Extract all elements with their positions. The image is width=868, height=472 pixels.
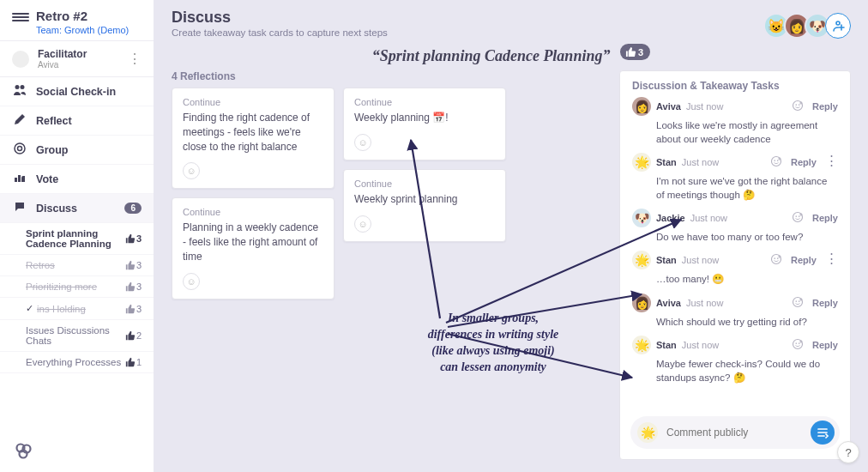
annotation-callout: In smaller groups, differences in writin… [390,311,596,376]
card-body: Finding the right cadence of meetings - … [183,111,323,154]
facilitator-row: Facilitator Aviva ⋮ [0,41,154,77]
comment-time: Just now [686,298,723,308]
topic-retros[interactable]: Retros 3 [0,255,154,276]
add-reaction-icon[interactable] [792,338,804,352]
topic-label: Everything Processes [26,357,121,367]
svg-point-12 [795,216,797,218]
reflection-card[interactable]: Continue Weekly sprint planning ☺ [343,169,506,242]
comment-avatar: 🐶 [632,209,651,227]
svg-point-21 [795,342,797,344]
add-participant-button[interactable] [825,13,851,39]
sidebar-item-label: Vote [36,173,58,185]
comment-time: Just now [690,213,727,223]
discussion-panel: Discussion & Takeaway Tasks 👩AvivaJust n… [619,70,851,460]
sidebar-item-social-check-in[interactable]: Social Check-in [0,77,154,106]
sidebar-item-label: Group [36,144,69,156]
comment-avatar: 🌟 [632,251,651,269]
reply-button[interactable]: Reply [791,255,817,265]
svg-point-22 [799,342,800,344]
thumb-up-icon [125,260,136,270]
add-reaction-icon[interactable] [770,253,782,267]
sidebar-item-reflect[interactable]: Reflect [0,106,154,136]
add-reaction-icon[interactable] [770,155,782,169]
comment-author: Stan [656,340,677,350]
thumb-up-icon [125,233,136,244]
card-tag: Continue [354,179,495,189]
svg-point-1 [18,147,22,151]
topic-sprint-planning-cadence[interactable]: Sprint planning Cadence Planning 3 [0,223,154,255]
reflections-title: 4 Reflections [172,70,609,82]
add-reaction-icon[interactable]: ☺ [183,162,200,179]
add-reaction-icon[interactable]: ☺ [354,215,371,233]
comment-avatar: 👩 [632,97,651,116]
facilitator-menu-icon[interactable]: ⋮ [128,51,142,67]
sidebar-item-discuss[interactable]: Discuss 6 [0,194,154,223]
topic-count: 3 [136,304,142,314]
reply-button[interactable]: Reply [812,340,838,350]
svg-point-9 [774,160,775,162]
card-tag: Continue [354,97,495,107]
thumb-count: 3 [638,47,643,57]
sidebar-item-label: Discuss [36,203,77,215]
topic-label: Issues Discussions Chats [26,325,120,346]
comment-author: Aviva [656,298,681,308]
pencil-icon [12,113,27,128]
topic-label: Prioritizing more [26,281,97,292]
page-subtitle: Create takeaway task cards to capture ne… [172,27,388,38]
comment-author: Jackie [656,213,685,223]
reply-button[interactable]: Reply [812,298,838,308]
send-button[interactable] [811,421,835,445]
help-button[interactable]: ? [837,441,859,463]
reply-button[interactable]: Reply [791,157,817,167]
card-tag: Continue [183,97,323,107]
topic-count: 3 [136,233,142,244]
comment-body: Do we have too many or too few? [656,230,838,244]
add-reaction-icon[interactable]: ☺ [354,134,371,151]
reflection-card[interactable]: Continue Weekly planning 📅! ☺ [343,88,506,160]
topic-prioritizing-more[interactable]: Prioritizing more 3 [0,276,154,298]
svg-point-19 [799,300,800,302]
target-icon [12,142,27,157]
svg-point-13 [799,216,800,218]
add-reaction-icon[interactable] [792,100,804,113]
sidebar-item-vote[interactable]: Vote [0,165,154,194]
sidebar-item-group[interactable]: Group [0,136,154,165]
comment-time: Just now [682,340,719,350]
retro-title: Retro #2 [36,9,129,23]
team-link[interactable]: Team: Growth (Demo) [36,25,129,35]
people-icon [12,84,27,99]
reply-button[interactable]: Reply [812,213,838,223]
thumb-up-icon [625,46,636,57]
comment-body: Maybe fewer check-ins? Could we do stand… [656,357,838,384]
topic-label: ins Holding [37,304,86,314]
card-body: Planning in a weekly cadence - feels lik… [183,221,323,263]
add-reaction-icon[interactable] [792,211,804,225]
topic-everything-processes[interactable]: Everything Processes 1 [0,352,154,373]
comment-time: Just now [682,255,719,265]
topic-ins-holding[interactable]: ✓ ins Holding 3 [0,298,154,320]
discuss-icon [12,201,27,215]
thumb-up-icon [125,281,136,292]
thumb-up-icon [125,330,136,341]
reflection-card[interactable]: Continue Finding the right cadence of me… [172,88,335,189]
reflection-card[interactable]: Continue Planning in a weekly cadence - … [172,197,335,299]
topic-count: 1 [136,357,142,367]
comment-input[interactable] [658,427,811,439]
menu-icon[interactable] [12,9,29,26]
add-reaction-icon[interactable]: ☺ [183,273,200,290]
main-panel: Discuss Create takeaway task cards to ca… [154,0,868,472]
comment-body: Which should we try getting rid of? [656,315,838,329]
svg-point-6 [795,104,797,106]
comment-body: I'm not sure we've got the right balance… [656,174,838,202]
comment-avatar: 🌟 [632,153,651,172]
svg-point-18 [795,300,797,302]
comment-time: Just now [682,157,719,167]
topic-label: Sprint planning Cadence Planning [26,228,112,249]
comment: 🌟StanJust nowReply⋮I'm not sure we've go… [632,153,838,202]
add-reaction-icon[interactable] [792,296,804,310]
reply-button[interactable]: Reply [812,101,838,112]
card-body: Weekly sprint planning [354,192,495,207]
facilitator-role: Facilitator [38,48,87,60]
topic-issues-discussions-chats[interactable]: Issues Discussions Chats 2 [0,320,154,352]
comment: 👩AvivaJust nowReplyLooks like we're most… [632,97,838,146]
